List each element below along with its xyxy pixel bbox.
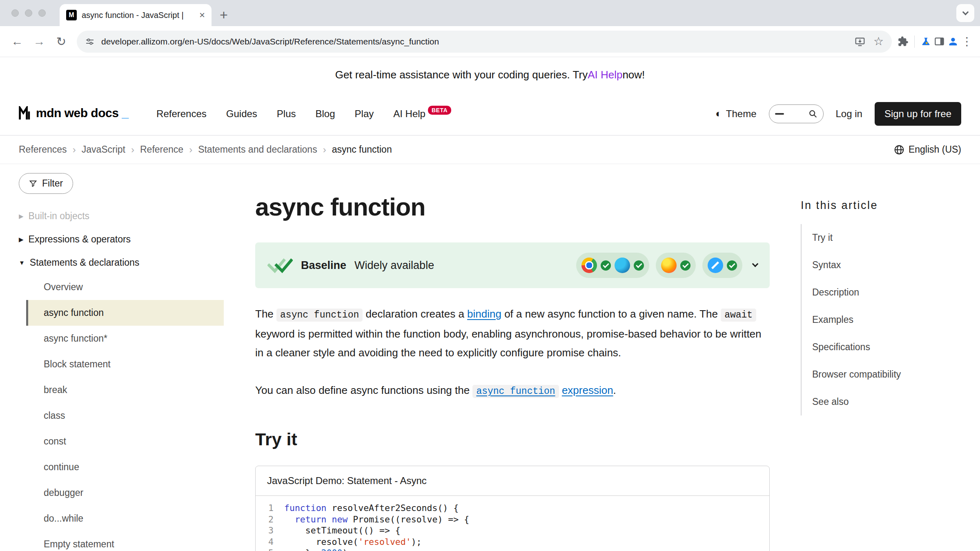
back-icon[interactable]: ← [7, 32, 27, 51]
nav-blog[interactable]: Blog [316, 108, 335, 120]
check-icon [634, 260, 644, 271]
baseline-banner[interactable]: Baseline Widely available [255, 242, 770, 288]
mdn-logo-underscore: _ [122, 106, 129, 120]
language-switcher[interactable]: English (US) [894, 144, 961, 155]
baseline-check-icon [267, 257, 293, 273]
crumb-references[interactable]: References [19, 144, 67, 155]
bookmark-star-icon[interactable]: ☆ [873, 36, 884, 47]
nav-plus[interactable]: Plus [277, 108, 296, 120]
demo-code-editor[interactable]: 1 function resolveAfter2Seconds() { 2 re… [256, 496, 769, 551]
line-number: 4 [256, 536, 274, 548]
tab-search-button[interactable] [956, 4, 974, 22]
text: The [255, 308, 276, 320]
ai-help-banner: Get real-time assistance with your codin… [0, 57, 980, 92]
sidebar-sublist: Overview async function async function* … [26, 274, 224, 551]
search-placeholder-dash [775, 113, 784, 115]
toc-title: In this article [801, 199, 964, 212]
search-input[interactable] [769, 104, 824, 123]
crumb-javascript[interactable]: JavaScript [82, 144, 125, 155]
inline-code: await [721, 309, 756, 322]
forward-icon[interactable]: → [29, 32, 49, 51]
browser-menu-icon[interactable]: ⋮ [961, 36, 973, 47]
mdn-logo[interactable]: mdn web docs _ [19, 106, 129, 122]
crumb-reference[interactable]: Reference [140, 144, 183, 155]
sidebar-item-empty-statement[interactable]: Empty statement [26, 531, 224, 551]
chevron-down-icon [752, 261, 759, 267]
side-panel-icon[interactable] [934, 36, 945, 47]
crumb-current-page: async function [332, 144, 392, 155]
sidebar-item-const[interactable]: const [26, 429, 224, 454]
login-link[interactable]: Log in [836, 108, 862, 120]
sidebar-item-block-statement[interactable]: Block statement [26, 351, 224, 377]
window-zoom-button[interactable] [38, 9, 46, 17]
sidebar-item-continue[interactable]: continue [26, 454, 224, 480]
toc-link-see-also[interactable]: See also [812, 396, 849, 407]
sidebar-item-break[interactable]: break [26, 377, 224, 403]
toc-link-syntax[interactable]: Syntax [812, 260, 841, 270]
toc-item: Browser compatibility [812, 361, 964, 388]
filter-label: Filter [42, 178, 63, 189]
url-bar[interactable]: developer.allizom.org/en-US/docs/Web/Jav… [77, 31, 892, 53]
tab-close-icon[interactable]: × [199, 10, 205, 20]
tryit-heading: Try it [255, 429, 770, 449]
mdn-favicon-icon: M [66, 10, 77, 20]
nav-ai-help[interactable]: AI HelpBETA [393, 108, 451, 120]
install-app-icon[interactable] [855, 36, 865, 47]
inline-code: async function [276, 309, 363, 322]
mdn-logo-text: mdn web docs [36, 106, 118, 120]
binding-link[interactable]: binding [467, 308, 501, 320]
triangle-down-icon: ▼ [19, 259, 25, 266]
window-minimize-button[interactable] [25, 9, 32, 17]
page-layout: Filter ▶ Built-in objects ▶ Expressions … [0, 164, 980, 551]
new-tab-button[interactable]: + [220, 8, 228, 22]
baseline-status: Widely available [354, 259, 434, 272]
ai-help-banner-link[interactable]: AI Help [588, 69, 622, 81]
sidebar-item-built-in-objects[interactable]: ▶ Built-in objects [19, 204, 239, 228]
profile-avatar-icon[interactable] [947, 36, 959, 47]
async-function-expression-code-link[interactable]: async function [472, 384, 559, 396]
baseline-expand-button[interactable] [753, 262, 757, 269]
toc-link-description[interactable]: Description [812, 287, 859, 298]
code-line: 3 setTimeout(() => { [256, 525, 769, 536]
crumb-separator-icon: › [131, 144, 134, 156]
line-number: 5 [256, 547, 274, 551]
sidebar-item-async-function[interactable]: async function [26, 300, 224, 326]
nav-play[interactable]: Play [355, 108, 374, 120]
firefox-icon [661, 258, 677, 273]
nav-references[interactable]: References [156, 108, 207, 120]
lab-flask-extension-icon[interactable] [920, 36, 931, 47]
theme-toggle[interactable]: ◐ Theme [715, 107, 756, 120]
window-close-button[interactable] [11, 9, 19, 17]
filter-button[interactable]: Filter [19, 173, 73, 194]
main-nav: References Guides Plus Blog Play AI Help… [156, 108, 451, 120]
expression-link[interactable]: expression [562, 384, 613, 396]
browser-tab[interactable]: M async function - JavaScript | × [60, 4, 212, 26]
language-label: English (US) [909, 144, 961, 155]
nav-guides[interactable]: Guides [226, 108, 257, 120]
toc-link-specifications[interactable]: Specifications [812, 342, 870, 352]
sidebar-item-debugger[interactable]: debugger [26, 480, 224, 506]
sidebar-section-statements[interactable]: ▼ Statements & declarations [19, 251, 239, 274]
signup-button[interactable]: Sign up for free [875, 102, 961, 126]
reload-icon[interactable]: ↻ [51, 32, 71, 51]
text: . [613, 384, 616, 396]
text [559, 384, 562, 396]
sidebar-item-class[interactable]: class [26, 403, 224, 429]
crumb-statements[interactable]: Statements and declarations [198, 144, 317, 155]
check-icon [601, 260, 611, 271]
text: keyword is permitted within the function… [255, 328, 762, 359]
inline-code: async function [472, 385, 559, 398]
baseline-browser-support [576, 253, 757, 278]
sidebar-section-expressions[interactable]: ▶ Expressions & operators [19, 228, 239, 251]
intro-paragraph: The async function declaration creates a… [255, 304, 770, 362]
toc-link-examples[interactable]: Examples [812, 314, 853, 325]
toc-link-browser-compatibility[interactable]: Browser compatibility [812, 369, 901, 380]
sidebar-item-async-function-star[interactable]: async function* [26, 326, 224, 351]
line-number: 3 [256, 525, 274, 536]
toc-link-try-it[interactable]: Try it [812, 232, 833, 243]
check-icon [680, 260, 690, 271]
site-settings-icon[interactable] [85, 37, 95, 47]
extensions-puzzle-icon[interactable] [898, 36, 909, 47]
sidebar-item-do-while[interactable]: do...while [26, 506, 224, 531]
sidebar-item-overview[interactable]: Overview [26, 274, 224, 300]
